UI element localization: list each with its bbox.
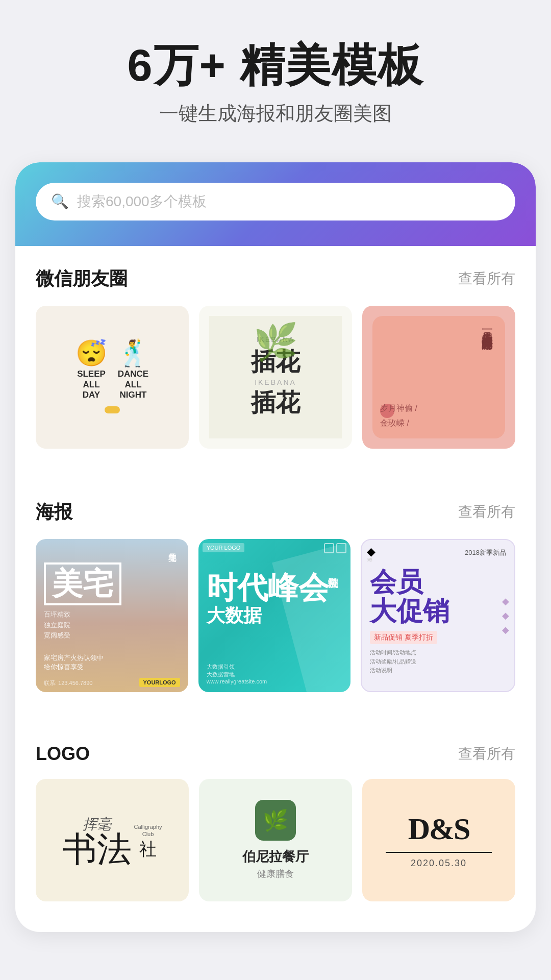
search-placeholder-text: 搜索60,000多个模板 (77, 192, 207, 211)
poem-author1: 岁月神偷 / (380, 401, 417, 416)
poster-big-data-yourlogo: YOUR LOGO (203, 543, 245, 552)
logo-ds-date: 2020.05.30 (411, 858, 467, 869)
logo-restaurant-name: 伯尼拉餐厅 (242, 848, 309, 866)
poster-view-all[interactable]: 查看所有 (458, 502, 515, 522)
poster-big-data-title: 时代峰会 (207, 573, 343, 603)
poster-real-estate-logo: YOURLOGO (139, 678, 180, 687)
poster-section: 海报 查看所有 尽美住宅宝地 美宅 百坪精致独立庭院宽阔感受 家宅房产火热认领中… (15, 479, 536, 702)
logo-section: LOGO 查看所有 挥毫 书法 CalligraphyClub 社 (15, 723, 536, 912)
poster-member-sub: 新品促销 夏季打折 (370, 631, 437, 644)
poster-cards-row: 尽美住宅宝地 美宅 百坪精致独立庭院宽阔感受 家宅房产火热认领中给你惊喜享受 Y… (36, 539, 515, 692)
logo-card-restaurant[interactable]: 🌿 伯尼拉餐厅 健康膳食 (199, 779, 352, 901)
poster-card-member[interactable]: 2018新季新品 ◆ ≋ 会员大促销 新品促销 夏季打折 活动时间/活动地点活动… (361, 539, 515, 692)
hero-section: 6万+ 精美模板 一键生成海报和朋友圈美图 (0, 0, 551, 147)
poster-card-big-data[interactable]: YOUR LOGO 引领科技潮流 时代峰会 大数据 大数据引领大数据营地www.… (198, 539, 351, 692)
logo-cards-row: 挥毫 书法 CalligraphyClub 社 🌿 伯尼拉餐厅 健康膳食 (36, 779, 515, 901)
wechat-card-poem[interactable]: 岁月是一场 有去无回的旅行 好的坏的都是风景 岁月神偷 / 金玫嵘 / (362, 306, 515, 449)
search-header: 🔍 搜索60,000多个模板 (15, 162, 536, 246)
poster-real-estate-title: 美宅 (44, 562, 121, 605)
wechat-section-title: 微信朋友圈 (36, 266, 128, 291)
poem-author2: 金玫嵘 / (380, 416, 417, 431)
app-card: 🔍 搜索60,000多个模板 微信朋友圈 查看所有 😴 SLEEPALLDAY … (15, 162, 536, 932)
hero-subtitle: 一键生成海报和朋友圈美图 (20, 101, 531, 127)
poster-section-header: 海报 查看所有 (36, 500, 515, 525)
wechat-card-sleep-dance[interactable]: 😴 SLEEPALLDAY 🕺 DANCEALLNIGHT (36, 306, 189, 449)
logo-restaurant-sub: 健康膳食 (257, 868, 294, 880)
wechat-view-all[interactable]: 查看所有 (458, 269, 515, 288)
poster-section-title: 海报 (36, 500, 72, 525)
poster-member-title: 会员大促销 (370, 568, 506, 626)
logo-section-header: LOGO 查看所有 (36, 743, 515, 765)
poster-big-data-subtitle: 大数据 (207, 603, 343, 628)
wechat-section: 微信朋友圈 查看所有 😴 SLEEPALLDAY 🕺 DANCEALLNIGHT (15, 246, 536, 459)
wechat-card-ikebana[interactable]: IKEBANA 插花 🌿 IKEBANA 插花 (199, 306, 352, 449)
search-bar[interactable]: 🔍 搜索60,000多个模板 (36, 183, 515, 220)
poster-member-year: 2018新季新品 (370, 548, 506, 557)
poster-card-real-estate[interactable]: 尽美住宅宝地 美宅 百坪精致独立庭院宽阔感受 家宅房产火热认领中给你惊喜享受 Y… (36, 539, 188, 692)
search-icon: 🔍 (51, 193, 69, 210)
logo-view-all[interactable]: 查看所有 (458, 744, 515, 764)
logo-card-calligraphy[interactable]: 挥毫 书法 CalligraphyClub 社 (36, 779, 189, 901)
logo-ds-logo: D&S (408, 812, 470, 847)
logo-section-title: LOGO (36, 743, 90, 765)
wechat-cards-row: 😴 SLEEPALLDAY 🕺 DANCEALLNIGHT IKEBANA 插花 (36, 306, 515, 449)
wechat-section-header: 微信朋友圈 查看所有 (36, 266, 515, 291)
logo-card-ds[interactable]: D&S 2020.05.30 (362, 779, 515, 901)
hero-title: 6万+ 精美模板 (20, 41, 531, 90)
